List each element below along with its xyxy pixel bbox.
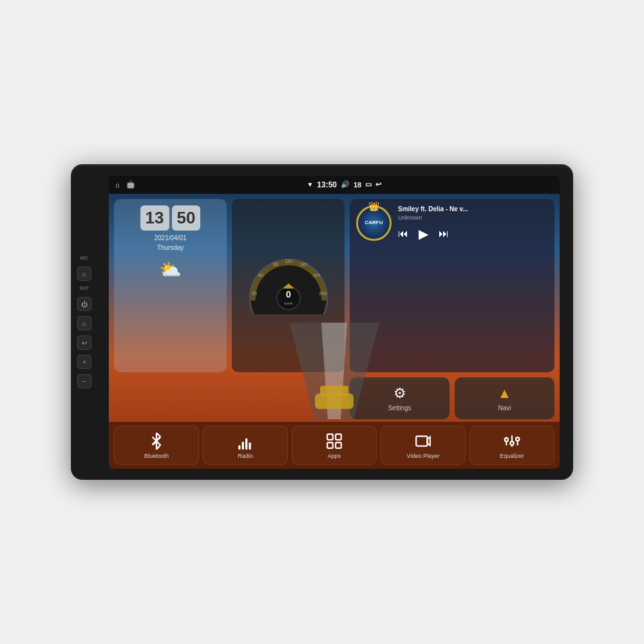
- svg-text:km/h: km/h: [284, 301, 292, 305]
- equalizer-label: Equalizer: [500, 453, 524, 459]
- apps-row: Bluetooth Radio: [109, 422, 560, 469]
- clock-date: 2021/04/01: [154, 234, 186, 242]
- power-button[interactable]: ⏻: [77, 297, 91, 311]
- settings-button[interactable]: ⚙ Settings: [350, 377, 450, 419]
- mic-label: MIC: [80, 256, 89, 260]
- clock-widget[interactable]: 13 50 2021/04/01 Thursday ⛅: [114, 199, 227, 372]
- svg-rect-21: [327, 434, 333, 440]
- radio-icon: [237, 433, 254, 450]
- svg-rect-18: [242, 442, 244, 450]
- apps-label: Apps: [328, 453, 341, 459]
- car-radio-device: MIC ⌂ RST ⏻ ⌂ ↩ ＋ − ⌂ 🤖 ▼ 13:50 🔊 18 ▭ ↩: [71, 164, 573, 480]
- home-button[interactable]: ⌂: [77, 267, 91, 281]
- vol-down-button[interactable]: −: [77, 374, 91, 388]
- svg-point-31: [516, 437, 519, 440]
- svg-text:120: 120: [285, 259, 292, 263]
- home-status-icon: ⌂: [115, 181, 120, 189]
- svg-rect-25: [416, 436, 427, 446]
- android-icon: 🤖: [126, 180, 135, 189]
- home-nav-button[interactable]: ⌂: [77, 316, 91, 330]
- svg-text:20: 20: [252, 291, 257, 296]
- back-status-icon: ↩: [375, 180, 381, 189]
- prev-button[interactable]: ⏮: [398, 228, 408, 240]
- svg-rect-23: [327, 442, 333, 448]
- album-logo: CARFU: [365, 220, 383, 226]
- video-player-button[interactable]: Video Player: [381, 426, 466, 465]
- vol-up-button[interactable]: ＋: [77, 355, 91, 369]
- volume-level: 18: [354, 181, 361, 189]
- music-title: Smiley ft. Delia - Ne v...: [398, 205, 548, 213]
- video-player-label: Video Player: [407, 453, 440, 459]
- bluetooth-icon: [148, 433, 165, 450]
- equalizer-button[interactable]: Equalizer: [469, 426, 554, 465]
- radio-button[interactable]: Radio: [203, 426, 288, 465]
- weather-icon: ⛅: [159, 259, 182, 280]
- navi-label: Navi: [498, 404, 511, 412]
- crown-icon: 👑: [368, 201, 379, 211]
- back-button[interactable]: ↩: [77, 336, 91, 350]
- volume-icon: 🔊: [341, 180, 350, 189]
- navi-icon: ▲: [498, 385, 512, 402]
- video-icon: [415, 433, 431, 450]
- svg-rect-20: [249, 442, 251, 450]
- widgets-row: 13 50 2021/04/01 Thursday ⛅ 20: [109, 194, 560, 375]
- settings-label: Settings: [388, 404, 411, 412]
- status-time: 13:50: [317, 180, 337, 189]
- svg-point-29: [510, 441, 513, 444]
- clock-hour: 13: [140, 205, 169, 231]
- wifi-icon: ▼: [307, 181, 313, 188]
- speedometer-svg: 20 40 80 120 140 160 200 0 km/h: [247, 256, 330, 314]
- settings-icon: ⚙: [393, 385, 406, 402]
- screen: ⌂ 🤖 ▼ 13:50 🔊 18 ▭ ↩: [109, 176, 560, 469]
- next-button[interactable]: ⏭: [439, 228, 449, 240]
- bluetooth-label: Bluetooth: [144, 453, 169, 459]
- svg-text:200: 200: [319, 291, 327, 296]
- svg-rect-22: [336, 434, 341, 440]
- apps-icon: [326, 433, 343, 450]
- navi-button[interactable]: ▲ Navi: [455, 377, 554, 419]
- play-button[interactable]: ▶: [419, 226, 428, 242]
- clock-day: Thursday: [157, 244, 184, 251]
- status-left: ⌂ 🤖: [115, 180, 135, 189]
- svg-text:160: 160: [312, 273, 320, 278]
- clock-display: 13 50: [140, 205, 201, 231]
- svg-text:0: 0: [286, 289, 291, 299]
- rst-label: RST: [80, 286, 89, 290]
- main-content: 13 50 2021/04/01 Thursday ⛅ 20: [109, 194, 560, 469]
- radio-label: Radio: [238, 453, 253, 459]
- svg-rect-19: [245, 438, 247, 449]
- svg-text:140: 140: [299, 262, 307, 267]
- side-buttons-panel: MIC ⌂ RST ⏻ ⌂ ↩ ＋ −: [77, 256, 91, 388]
- apps-button[interactable]: Apps: [292, 426, 377, 465]
- speedometer-widget[interactable]: 20 40 80 120 140 160 200 0 km/h: [232, 199, 345, 372]
- music-widget[interactable]: 👑 CARFU Smiley ft. Delia - Ne v... Unkno…: [350, 199, 554, 372]
- svg-rect-17: [238, 445, 240, 450]
- svg-text:40: 40: [258, 273, 263, 278]
- status-center: ▼ 13:50 🔊 18 ▭ ↩: [307, 180, 381, 189]
- settings-row: ⚙ Settings ▲ Navi: [109, 375, 560, 422]
- battery-icon: ▭: [365, 180, 372, 189]
- music-artist: Unknown: [398, 214, 548, 221]
- clock-minute: 50: [172, 205, 201, 231]
- music-info: Smiley ft. Delia - Ne v... Unknown ⏮ ▶ ⏭: [398, 205, 548, 242]
- spacer: [114, 377, 345, 419]
- bluetooth-button[interactable]: Bluetooth: [114, 426, 199, 465]
- music-top: 👑 CARFU Smiley ft. Delia - Ne v... Unkno…: [356, 205, 548, 242]
- status-bar: ⌂ 🤖 ▼ 13:50 🔊 18 ▭ ↩: [109, 176, 560, 194]
- album-art: 👑 CARFU: [356, 205, 392, 241]
- svg-point-27: [505, 438, 508, 441]
- equalizer-icon: [504, 433, 520, 450]
- svg-rect-24: [336, 442, 341, 448]
- svg-text:80: 80: [273, 262, 278, 267]
- music-controls: ⏮ ▶ ⏭: [398, 226, 548, 242]
